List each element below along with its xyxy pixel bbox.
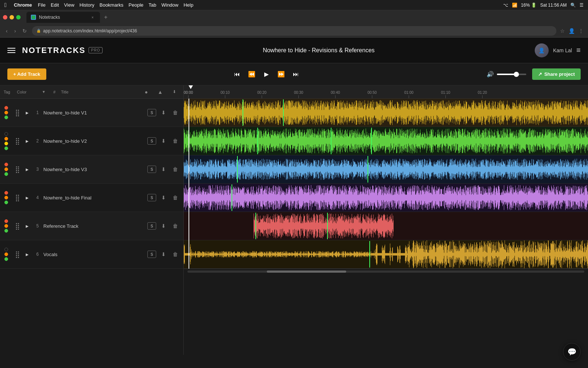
chat-bubble[interactable]: 💬 (563, 343, 581, 361)
skip-to-start-btn[interactable]: ⏮ (230, 68, 244, 81)
delete-btn[interactable]: 🗑 (171, 223, 180, 229)
solo-button[interactable]: S (147, 194, 156, 201)
menu-bookmarks[interactable]: Bookmarks (100, 2, 123, 8)
download-btn[interactable]: ⬇ (159, 195, 168, 201)
color-dots (4, 219, 9, 233)
forward-btn[interactable]: › (13, 26, 18, 35)
menu-window[interactable]: Window (161, 2, 178, 8)
volume-slider[interactable] (497, 74, 526, 75)
url-bar[interactable]: 🔒 app.notetracks.com/index.html#/app/pro… (32, 26, 556, 36)
track-waveform-icon[interactable]: ⣿ (12, 109, 23, 117)
track-name: Nowhere_to-hide V2 (43, 138, 144, 144)
add-track-button[interactable]: + Add Track (7, 68, 46, 80)
track-play-btn[interactable]: ▶ (26, 111, 32, 115)
delete-btn[interactable]: 🗑 (171, 110, 180, 116)
notification-icon[interactable]: ☰ (580, 3, 584, 8)
solo-button[interactable]: S (147, 166, 156, 173)
rewind-btn[interactable]: ⏪ (245, 68, 258, 81)
scrollbar-track[interactable] (187, 270, 584, 273)
chrome-tab-bar: Notetracks × + (0, 10, 588, 24)
download-btn[interactable]: ⬇ (159, 251, 168, 257)
extension-btn[interactable]: ⋮ (578, 28, 584, 34)
waveform-track-2[interactable] (184, 127, 588, 155)
bookmark-btn[interactable]: ☆ (560, 28, 565, 34)
menu-help[interactable]: Help (183, 2, 193, 8)
delete-btn[interactable]: 🗑 (171, 138, 180, 144)
waveform-track-6[interactable] (184, 240, 588, 269)
waveform-canvas-6 (184, 240, 588, 268)
scrollbar-thumb[interactable] (267, 270, 346, 273)
track-play-btn[interactable]: ▶ (26, 139, 32, 143)
hamburger-menu[interactable] (7, 48, 15, 53)
solo-button[interactable]: S (147, 137, 156, 145)
col-sort-btn[interactable]: ▼ (42, 90, 48, 94)
fast-forward-btn[interactable]: ⏩ (275, 68, 288, 81)
col-tag-header: Tag (4, 90, 14, 94)
waveform-track-1[interactable] (184, 99, 588, 127)
track-play-btn[interactable]: ▶ (26, 167, 32, 171)
new-tab-btn[interactable]: + (101, 13, 110, 22)
fullscreen-window-btn[interactable] (16, 15, 21, 20)
menu-tab[interactable]: Tab (148, 2, 156, 8)
share-icon: ↗ (538, 71, 542, 77)
horizontal-scrollbar (184, 269, 588, 274)
tab-close-btn[interactable]: × (90, 14, 96, 20)
address-bar: ‹ › ↻ 🔒 app.notetracks.com/index.html#/a… (0, 24, 588, 38)
waveform-track-4[interactable] (184, 184, 588, 212)
menu-history[interactable]: History (79, 2, 94, 8)
dot-orange (4, 111, 8, 114)
waveform-track-3[interactable] (184, 155, 588, 184)
menu-people[interactable]: People (129, 2, 143, 8)
track-waveform-icon[interactable]: ⣿ (12, 250, 23, 258)
menu-file[interactable]: File (38, 2, 46, 8)
app-header: NOTETRACKS PRO Nowhere to Hide - Revisio… (0, 38, 588, 63)
close-window-btn[interactable] (3, 15, 7, 20)
timeline-ruler[interactable]: 00:00 00:10 00:20 00:30 00:40 00:50 (184, 85, 588, 99)
solo-button[interactable]: S (147, 251, 156, 258)
skip-to-end-btn[interactable]: ⏭ (289, 68, 302, 81)
track-play-btn[interactable]: ▶ (26, 224, 32, 228)
download-btn[interactable]: ⬇ (159, 138, 168, 144)
download-btn[interactable]: ⬇ (159, 223, 168, 229)
bluetooth-icon: ⌥ (503, 3, 508, 8)
ruler-tick-5: 00:50 (368, 91, 377, 98)
download-btn[interactable]: ⬇ (159, 166, 168, 172)
delete-btn[interactable]: 🗑 (171, 166, 180, 172)
color-dots (4, 106, 9, 119)
track-number: 6 (35, 252, 40, 257)
apple-menu[interactable]:  (4, 2, 7, 8)
hamburger-icon[interactable]: ≡ (576, 46, 581, 54)
track-play-btn[interactable]: ▶ (26, 252, 32, 256)
waveform-rows (184, 99, 588, 269)
solo-button[interactable]: S (147, 109, 156, 116)
playhead-marker[interactable] (189, 85, 193, 89)
column-header-row: Tag Color ▼ # Title ● ▲ ⬇ (0, 85, 183, 99)
browser-tab-notetracks[interactable]: Notetracks × (26, 12, 100, 23)
col-color-header: Color (17, 90, 39, 94)
profile-btn[interactable]: 👤 (569, 28, 575, 34)
track-waveform-icon[interactable]: ⣿ (12, 165, 23, 173)
app-menu-chrome[interactable]: Chrome (14, 2, 32, 8)
minimize-window-btn[interactable] (10, 15, 14, 20)
dot-red (4, 163, 8, 166)
delete-btn[interactable]: 🗑 (171, 251, 180, 257)
menu-view[interactable]: View (64, 2, 74, 8)
track-row: ⣿ ▶ 2 Nowhere_to-hide V2 S ⬇ 🗑 (0, 127, 183, 155)
play-pause-btn[interactable]: ▶ (260, 68, 273, 81)
col-solo-header: ▲ (155, 89, 166, 95)
menu-edit[interactable]: Edit (51, 2, 59, 8)
download-btn[interactable]: ⬇ (159, 110, 168, 116)
ruler-tick-2: 00:20 (257, 91, 266, 98)
share-project-button[interactable]: ↗ Share project (532, 68, 581, 80)
back-btn[interactable]: ‹ (4, 26, 9, 35)
reload-btn[interactable]: ↻ (21, 26, 28, 35)
track-waveform-icon[interactable]: ⣿ (12, 222, 23, 230)
track-play-btn[interactable]: ▶ (26, 196, 32, 200)
delete-btn[interactable]: 🗑 (171, 195, 180, 201)
solo-button[interactable]: S (147, 222, 156, 230)
spotlight-icon[interactable]: 🔍 (570, 3, 576, 8)
track-waveform-icon[interactable]: ⣿ (12, 137, 23, 145)
track-waveform-icon[interactable]: ⣿ (12, 194, 23, 202)
ruler-tick-4: 00:40 (331, 91, 340, 98)
waveform-track-5[interactable] (184, 212, 588, 240)
